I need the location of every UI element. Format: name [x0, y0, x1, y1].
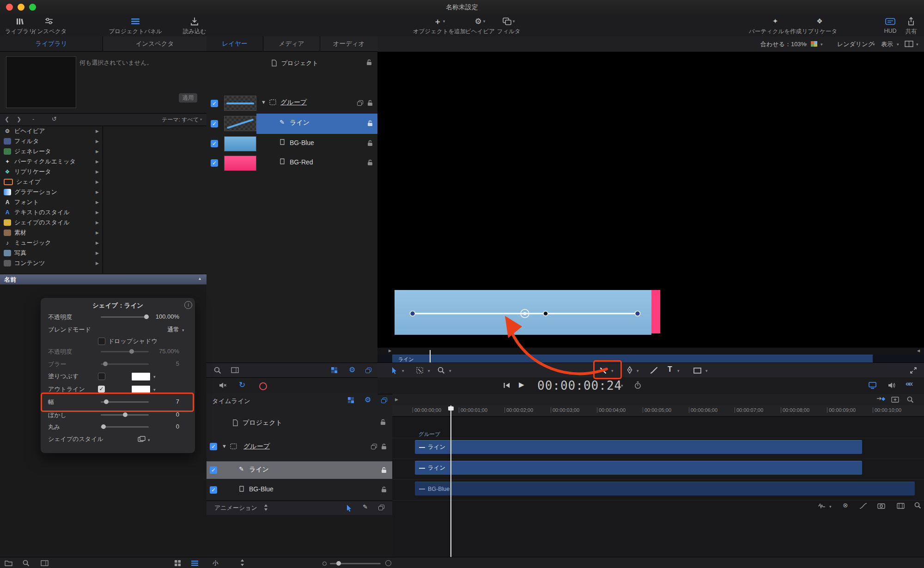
checkerboard-icon[interactable] — [348, 397, 354, 405]
columns-icon[interactable] — [41, 560, 49, 568]
timeline-line-label[interactable]: ライン — [249, 465, 269, 474]
group-row-label[interactable]: グループ — [280, 98, 307, 107]
filters-toolbar-button[interactable]: ▾ フィルタ — [493, 16, 524, 36]
layers-stack-icon[interactable] — [378, 505, 384, 510]
group-active-checkbox[interactable]: ✓ — [210, 443, 217, 450]
library-category-shapes[interactable]: シェイプ▶ — [0, 177, 103, 187]
checkerboard-icon[interactable] — [331, 367, 338, 375]
lock-icon[interactable] — [367, 120, 373, 128]
mini-timeline[interactable]: ライン — [377, 355, 924, 363]
shape-style-icon[interactable] — [138, 436, 146, 444]
line-active-checkbox[interactable]: ✓ — [211, 120, 218, 127]
adjust-tool-icon[interactable] — [416, 367, 424, 375]
lock-icon[interactable] — [367, 140, 373, 148]
hud-panel[interactable]: シェイプ：ライン i 不透明度 100.00% ブレンドモード 通常 ▾ ドロッ… — [40, 297, 195, 453]
view-menu[interactable]: 表示 — [881, 40, 893, 48]
group-active-checkbox[interactable]: ✓ — [211, 100, 218, 107]
line-tool-icon[interactable] — [599, 367, 607, 376]
select-tool-icon[interactable] — [391, 367, 397, 375]
mini-out-marker-icon[interactable]: ◀ — [917, 349, 920, 353]
layers-project-row[interactable]: プロジェクト — [207, 55, 377, 71]
library-category-text-styles[interactable]: Aテキストのスタイル▶ — [0, 207, 103, 218]
animation-stepper-icon[interactable] — [264, 504, 268, 511]
library-category-fonts[interactable]: Aフォント▶ — [0, 197, 103, 207]
timeline-group-row[interactable]: ✓ ▼ グループ — [207, 439, 392, 455]
color-channels-icon[interactable] — [811, 41, 817, 48]
link-selection-icon[interactable] — [876, 396, 886, 404]
nav-refresh-icon[interactable]: ↺ — [52, 115, 57, 122]
layers-stack-icon[interactable] — [365, 368, 371, 373]
list-view-icon[interactable] — [191, 560, 198, 568]
tab-audio[interactable]: オーディオ — [320, 36, 378, 52]
pencil-icon[interactable]: ✎ — [363, 503, 368, 510]
replicator-toolbar-button[interactable]: ❖ リプリケータ — [797, 16, 842, 36]
library-category-materials[interactable]: 素材▶ — [0, 228, 103, 238]
layers-stack-icon[interactable] — [381, 398, 387, 403]
grid-view-icon[interactable] — [175, 560, 181, 568]
share-toolbar-button[interactable]: 共有 — [901, 16, 921, 36]
tab-layers[interactable]: レイヤー — [207, 36, 263, 52]
gear-icon[interactable]: ⚙ — [349, 365, 355, 374]
curves-icon[interactable] — [859, 503, 867, 510]
info-icon[interactable]: i — [184, 301, 192, 309]
layers-group-row[interactable]: ✓ ▼ グループ — [207, 93, 377, 114]
zoom-slider[interactable] — [330, 563, 381, 564]
nav-back-icon[interactable]: ❮ — [5, 116, 9, 122]
line-row-label[interactable]: ライン — [290, 119, 310, 127]
mute-icon[interactable] — [219, 382, 227, 390]
library-category-filters[interactable]: フィルタ▶ — [0, 136, 103, 146]
tab-inspector[interactable]: インスペクタ — [103, 36, 207, 52]
timeline-bg-blue-label[interactable]: BG-Blue — [249, 485, 274, 493]
collapse-chevron-icon[interactable]: ▴ — [199, 276, 201, 281]
mini-in-marker-icon[interactable]: ▶ — [389, 349, 391, 353]
text-tool-icon[interactable]: T — [668, 365, 672, 374]
mini-timeline-playhead[interactable] — [430, 350, 431, 363]
group-line-track-bar[interactable]: ライン — [415, 440, 862, 454]
fit-zoom-menu[interactable]: 合わせる：103% — [760, 40, 806, 48]
go-to-start-icon[interactable] — [503, 382, 510, 390]
columns-icon[interactable] — [231, 367, 239, 375]
layers-bg-red-row[interactable]: ✓ BG-Red — [207, 154, 377, 172]
stopwatch-icon[interactable] — [634, 381, 641, 390]
fullscreen-icon[interactable] — [910, 367, 917, 375]
collapse-timeline-icon[interactable]: « « — [906, 379, 912, 388]
nav-forward-icon[interactable]: ❯ — [17, 116, 21, 122]
lock-icon[interactable] — [381, 443, 387, 451]
zoom-out-icon[interactable] — [322, 562, 327, 566]
behaviors-toolbar-button[interactable]: ⚙▾ ビヘイビア — [462, 16, 498, 36]
library-category-photos[interactable]: 写真▶ — [0, 248, 103, 258]
lock-icon[interactable] — [380, 419, 386, 427]
keyframes-off-icon[interactable]: ⊗ — [843, 502, 848, 509]
library-category-content[interactable]: コンテンツ▶ — [0, 258, 103, 268]
zoom-in-icon[interactable] — [385, 560, 391, 566]
make-particles-toolbar-button[interactable]: ✦ パーティクルを作成 — [745, 16, 805, 36]
timeline-project-row[interactable]: プロジェクト — [207, 416, 392, 430]
name-column-header[interactable]: 名前 ▴ — [0, 274, 207, 285]
lock-icon[interactable] — [381, 467, 387, 475]
paint-stroke-tool-icon[interactable] — [650, 367, 658, 375]
bg-red-active-checkbox[interactable]: ✓ — [211, 159, 218, 167]
cursor-icon[interactable] — [346, 504, 352, 513]
play-icon[interactable]: ▶ — [519, 381, 524, 389]
inspector-toolbar-button[interactable]: インスペクタ — [32, 16, 66, 36]
bg-blue-row-label[interactable]: BG-Blue — [290, 139, 314, 146]
audio-icon[interactable] — [888, 382, 896, 390]
lock-icon[interactable] — [367, 100, 373, 108]
library-category-gradients[interactable]: グラデーション▶ — [0, 187, 103, 197]
layers-line-row[interactable]: ✓ ✎ ライン — [207, 114, 377, 134]
zoom-slider-thumb[interactable] — [336, 561, 341, 566]
size-stepper-icon[interactable] — [240, 559, 244, 568]
blend-mode-select[interactable]: 通常 — [133, 326, 179, 334]
line-track-bar[interactable]: ライン — [415, 461, 862, 475]
line-active-checkbox[interactable]: ✓ — [210, 466, 217, 474]
zoom-tool-icon[interactable] — [438, 367, 445, 375]
library-category-replicators[interactable]: ❖リプリケータ▶ — [0, 167, 103, 177]
layers-bg-blue-row[interactable]: ✓ BG-Blue — [207, 134, 377, 153]
split-view-icon[interactable] — [905, 41, 913, 48]
film-icon[interactable] — [897, 503, 905, 510]
fill-color-swatch[interactable] — [131, 372, 151, 381]
library-category-shape-styles[interactable]: シェイプのスタイル▶ — [0, 218, 103, 228]
camera-icon[interactable] — [877, 503, 885, 510]
lock-icon[interactable] — [381, 486, 387, 494]
lock-icon[interactable] — [367, 159, 373, 167]
